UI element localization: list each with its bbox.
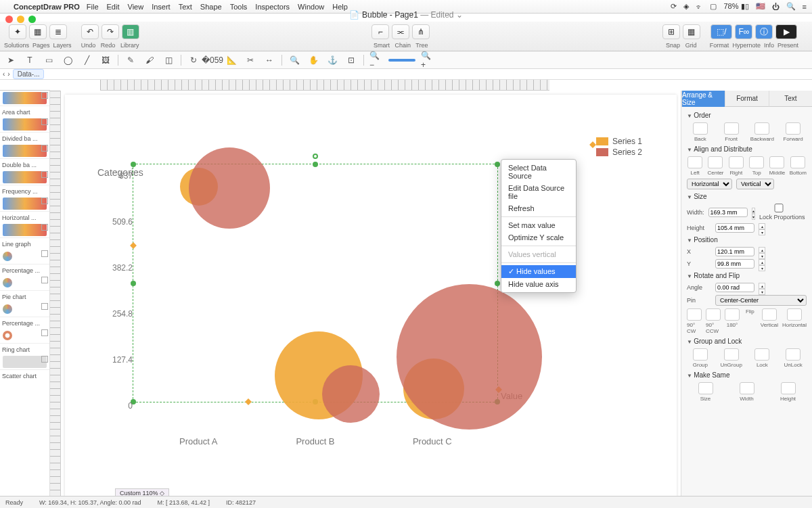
section-position[interactable]: Position <box>687 234 807 246</box>
section-make-same[interactable]: Make Same <box>687 369 807 381</box>
menu-inspectors[interactable]: Inspectors <box>255 3 290 11</box>
lib-thumb[interactable] <box>3 198 47 210</box>
zoomin-tool[interactable]: 🔍+ <box>421 54 434 66</box>
btn-align-center[interactable]: Center <box>707 156 723 176</box>
btn-front[interactable]: Front <box>718 122 745 142</box>
lib-percentage2[interactable]: Percentage ... <box>0 317 49 328</box>
tab-arrange-size[interactable]: Arrange & Size <box>681 91 725 107</box>
btn-align-left[interactable]: Left <box>687 156 703 176</box>
menu-window[interactable]: Window <box>298 3 324 11</box>
lib-thumb[interactable] <box>3 145 47 157</box>
angle-stepper[interactable]: ▴▾ <box>759 283 765 292</box>
lib-double-bar[interactable]: Double ba ... <box>0 158 49 170</box>
hypernote-button[interactable]: F∞ <box>735 24 752 39</box>
btn-flip[interactable]: Flip <box>744 308 757 334</box>
close-window-button[interactable] <box>5 16 13 23</box>
lib-expand-icon[interactable] <box>41 356 48 363</box>
btn-same-size[interactable]: Size <box>687 382 724 402</box>
lib-thumb[interactable] <box>3 118 47 131</box>
anchor-tool[interactable]: ⚓ <box>325 54 339 66</box>
lib-thumb[interactable] <box>3 92 47 104</box>
pointer-tool[interactable]: ➤ <box>4 54 18 66</box>
tree-button[interactable]: ⋔ <box>412 24 430 39</box>
angle-input[interactable] <box>715 283 754 292</box>
section-align[interactable]: Align and Distribute <box>687 143 807 155</box>
eraser-tool[interactable]: ◫ <box>162 54 175 66</box>
ctx-select-data-source[interactable]: Select Data Source <box>501 162 576 182</box>
lib-thumb[interactable] <box>3 303 40 315</box>
lib-expand-icon[interactable] <box>41 277 48 283</box>
lib-thumb[interactable] <box>3 329 40 342</box>
height-stepper[interactable]: ▴▾ <box>759 223 765 233</box>
present-button[interactable]: ▶ <box>775 24 797 39</box>
height-input[interactable] <box>715 223 754 233</box>
y-stepper[interactable]: ▴▾ <box>759 259 765 269</box>
lib-expand-icon[interactable] <box>41 250 48 257</box>
tab-format[interactable]: Format <box>725 91 768 107</box>
vertical-ruler[interactable] <box>50 91 61 508</box>
lib-percentage[interactable]: Percentage ... <box>0 264 49 275</box>
menu-file[interactable]: File <box>87 3 99 11</box>
rotate-handle[interactable] <box>313 154 318 159</box>
lib-expand-icon[interactable] <box>41 118 48 125</box>
doc-dropdown-icon[interactable]: ⌄ <box>456 10 463 20</box>
redo-button[interactable]: ↷ <box>102 24 119 39</box>
btn-90ccw[interactable]: 90° CCW <box>706 308 721 334</box>
y-input[interactable] <box>715 259 754 269</box>
menu-view[interactable]: View <box>128 3 144 11</box>
tab-text[interactable]: Text <box>769 91 812 107</box>
btn-align-right[interactable]: Right <box>728 156 744 176</box>
status-menu-icon[interactable]: ≡ <box>803 3 807 11</box>
btn-same-height[interactable]: Height <box>769 382 807 402</box>
btn-group[interactable]: Group <box>687 348 714 368</box>
nav-back[interactable]: ‹ <box>3 70 5 78</box>
btn-forward[interactable]: Forward <box>780 122 807 142</box>
status-search-icon[interactable]: 🔍 <box>786 2 796 11</box>
text-tool[interactable]: T <box>23 54 37 66</box>
chain-button[interactable]: ⫘ <box>392 24 409 39</box>
btn-flip-h[interactable]: Horizontal <box>782 308 807 334</box>
menu-insert[interactable]: Insert <box>152 3 171 11</box>
nav-fwd[interactable]: › <box>7 70 9 78</box>
app-name[interactable]: ConceptDraw PRO <box>14 3 80 11</box>
btn-90cw[interactable]: 90° CW <box>687 308 702 334</box>
ctx-set-max[interactable]: Set max value <box>501 219 576 231</box>
menu-tools[interactable]: Tools <box>230 3 248 11</box>
section-order[interactable]: Order <box>687 110 807 121</box>
lib-expand-icon[interactable] <box>41 145 48 152</box>
group-tool[interactable]: ⊡ <box>344 54 358 66</box>
btn-180[interactable]: 180° <box>725 308 740 334</box>
btn-unlock[interactable]: UnLock <box>780 348 807 368</box>
brush-tool[interactable]: 🖌 <box>143 54 156 66</box>
bubble-s2-b[interactable] <box>322 365 380 423</box>
zoom-tool[interactable]: 🔍 <box>288 54 301 66</box>
snap-button[interactable]: ⊞ <box>662 24 680 39</box>
status-wifi-icon[interactable]: ᯤ <box>696 3 703 11</box>
status-battery[interactable]: 78% ▮▯ <box>723 2 748 11</box>
menu-shape[interactable]: Shape <box>200 3 222 11</box>
menu-edit[interactable]: Edit <box>107 3 120 11</box>
grid-button[interactable]: ▦ <box>683 24 700 39</box>
lib-scatter-chart[interactable]: Scatter chart <box>0 369 49 381</box>
pages-button[interactable]: ▦ <box>29 24 47 39</box>
solutions-button[interactable]: ✦ <box>9 24 26 39</box>
fullscreen-window-button[interactable] <box>28 16 36 23</box>
library-panel[interactable]: Area chart Divided ba ... Double ba ... … <box>0 91 50 508</box>
lib-thumb[interactable] <box>3 250 40 262</box>
status-sync-icon[interactable]: ⟳ <box>671 2 677 11</box>
btn-lock[interactable]: Lock <box>749 348 776 368</box>
info-button[interactable]: ⓘ <box>755 24 773 39</box>
pen-tool[interactable]: ✎ <box>124 54 137 66</box>
ctx-optimize-y[interactable]: Optimize Y scale <box>501 231 576 244</box>
status-flag-icon[interactable]: 🇺🇸 <box>756 2 765 11</box>
lib-pie-chart[interactable]: Pie chart <box>0 290 49 302</box>
zoom-slider[interactable] <box>388 59 415 62</box>
section-group[interactable]: Group and Lock <box>687 336 807 347</box>
pin-select[interactable]: Center-Center <box>715 295 807 306</box>
image-tool[interactable]: 🖼 <box>99 54 112 66</box>
x-stepper[interactable]: ▴▾ <box>759 247 765 256</box>
ctx-refresh[interactable]: Refresh <box>501 202 576 214</box>
horizontal-ruler[interactable] <box>100 80 549 91</box>
crop-tool[interactable]: �059 <box>206 54 219 66</box>
lib-expand-icon[interactable] <box>41 224 48 231</box>
